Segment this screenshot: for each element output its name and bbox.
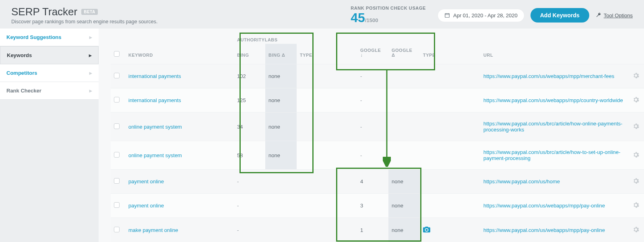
cell-bing-delta (265, 194, 297, 218)
sidebar-item-rank-checker[interactable]: Rank Checker ▸ (0, 82, 99, 100)
cell-bing: 58 (234, 141, 265, 170)
cell-google: 1 (357, 218, 388, 242)
url-link[interactable]: https://www.paypal.com/us/brc/article/ho… (483, 149, 620, 161)
cell-bing: 34 (234, 113, 265, 141)
cell-type-1 (297, 194, 333, 218)
cell-type-1 (297, 64, 333, 88)
gear-icon[interactable] (633, 202, 639, 208)
usage-label: RANK POSITION CHECK USAGE (351, 6, 426, 10)
row-checkbox[interactable] (114, 178, 120, 184)
cell-google-delta (388, 64, 420, 88)
svg-rect-0 (445, 14, 450, 18)
tool-options-text: Tool Options (604, 12, 633, 18)
gear-icon[interactable] (633, 226, 639, 233)
cell-google: - (357, 64, 388, 88)
cell-google: - (357, 141, 388, 170)
chevron-right-icon: ▸ (89, 52, 92, 58)
tool-options-link[interactable]: Tool Options (596, 12, 633, 19)
gear-icon[interactable] (633, 96, 639, 103)
column-header-bing[interactable]: BING (234, 44, 265, 64)
keyword-link[interactable]: online payment system (128, 152, 182, 158)
gear-icon[interactable] (633, 123, 639, 129)
url-link[interactable]: https://www.paypal.com/us/webapps/mpp/pa… (483, 203, 605, 209)
url-link[interactable]: https://www.paypal.com/us/webapps/mpp/pa… (483, 227, 605, 233)
table-row: international payments125none-https://ww… (111, 88, 644, 113)
add-keywords-button[interactable]: Add Keywords (530, 8, 589, 23)
usage-block: RANK POSITION CHECK USAGE 45/1500 (351, 6, 426, 24)
date-range-picker[interactable]: Apr 01, 2020 - Apr 28, 2020 (438, 9, 524, 22)
cell-type-2 (420, 194, 456, 218)
keyword-link[interactable]: international payments (128, 97, 181, 103)
keyword-link[interactable]: make payment online (128, 227, 178, 233)
cell-google-delta: none (388, 170, 420, 194)
chevron-right-icon: ▸ (89, 34, 92, 40)
gear-icon[interactable] (633, 152, 639, 158)
row-checkbox[interactable] (114, 123, 120, 129)
keyword-link[interactable]: online payment system (128, 124, 182, 130)
column-header-type-2[interactable]: TYPE (420, 44, 456, 64)
sidebar-item-label: Keyword Suggestions (6, 34, 62, 40)
sidebar-item-keywords[interactable]: Keywords ▸ (0, 46, 99, 64)
column-header-url[interactable]: URL (480, 44, 628, 64)
sidebar-item-label: Competitors (6, 70, 37, 76)
cell-type-1 (297, 88, 333, 113)
sidebar-item-label: Rank Checker (6, 88, 41, 94)
gear-icon[interactable] (633, 72, 639, 79)
wrench-icon (596, 12, 601, 19)
keyword-link[interactable]: payment online (128, 178, 164, 185)
column-header-google-delta[interactable]: GOOGLE Δ (388, 44, 420, 64)
cell-type-1 (297, 113, 333, 141)
cell-google: - (357, 113, 388, 141)
cell-google-delta: none (388, 218, 420, 242)
cell-bing: - (234, 170, 265, 194)
page-subtitle: Discover page rankings from search engin… (11, 19, 157, 25)
column-header-bing-delta[interactable]: BING Δ (265, 44, 297, 64)
table-row: payment online-4nonehttps://www.paypal.c… (111, 170, 644, 194)
cell-google: - (357, 88, 388, 113)
url-link[interactable]: https://www.paypal.com/us/brc/article/ho… (483, 121, 622, 133)
column-header-keyword[interactable]: KEYWORD (125, 44, 234, 64)
sidebar: Keyword Suggestions ▸ Keywords ▸ Competi… (0, 29, 99, 242)
select-all-checkbox[interactable] (114, 51, 120, 57)
sidebar-item-keyword-suggestions[interactable]: Keyword Suggestions ▸ (0, 29, 99, 46)
table-row: payment online-3nonehttps://www.paypal.c… (111, 194, 644, 218)
cell-bing: 102 (234, 64, 265, 88)
row-checkbox[interactable] (114, 202, 120, 208)
row-checkbox[interactable] (114, 152, 120, 158)
sidebar-item-competitors[interactable]: Competitors ▸ (0, 64, 99, 82)
header-right: Apr 01, 2020 - Apr 28, 2020 Add Keywords… (438, 8, 633, 23)
cell-google-delta: none (388, 194, 420, 218)
row-checkbox[interactable] (114, 227, 120, 232)
cell-bing-delta: none (265, 88, 297, 113)
url-link[interactable]: https://www.paypal.com/us/home (483, 178, 560, 185)
cell-type-1 (297, 218, 333, 242)
row-checkbox[interactable] (114, 97, 120, 103)
cell-bing: 125 (234, 88, 265, 113)
column-group-authoritylabs: AUTHORITYLABS (234, 33, 333, 44)
table-row: make payment online-1nonehttps://www.pay… (111, 218, 644, 242)
url-link[interactable]: https://www.paypal.com/us/webapps/mpp/co… (483, 97, 623, 103)
usage-total: /1500 (365, 17, 378, 23)
column-header-google[interactable]: GOOGLE↓ (357, 44, 388, 64)
gear-icon[interactable] (633, 178, 639, 184)
cell-google: 4 (357, 170, 388, 194)
table-row: international payments102none-https://ww… (111, 64, 644, 88)
cell-type-2 (420, 64, 456, 88)
keyword-table: AUTHORITYLABS KEYWORD BING BING Δ TYPE (111, 33, 644, 242)
cell-type-2 (420, 113, 456, 141)
column-header-type-1[interactable]: TYPE (297, 44, 333, 64)
cell-type-2 (420, 141, 456, 170)
url-link[interactable]: https://www.paypal.com/us/webapps/mpp/me… (483, 73, 614, 79)
sidebar-item-label: Keywords (7, 52, 32, 58)
chevron-right-icon: ▸ (89, 88, 92, 94)
usage-value: 45 (351, 11, 365, 24)
keyword-link[interactable]: payment online (128, 203, 164, 209)
camera-icon[interactable] (423, 226, 430, 233)
cell-type-2 (420, 88, 456, 113)
chevron-right-icon: ▸ (89, 70, 92, 76)
keyword-link[interactable]: international payments (128, 73, 181, 79)
cell-type-1 (297, 170, 333, 194)
row-checkbox[interactable] (114, 73, 120, 78)
cell-google: 3 (357, 194, 388, 218)
calendar-icon (444, 12, 450, 18)
